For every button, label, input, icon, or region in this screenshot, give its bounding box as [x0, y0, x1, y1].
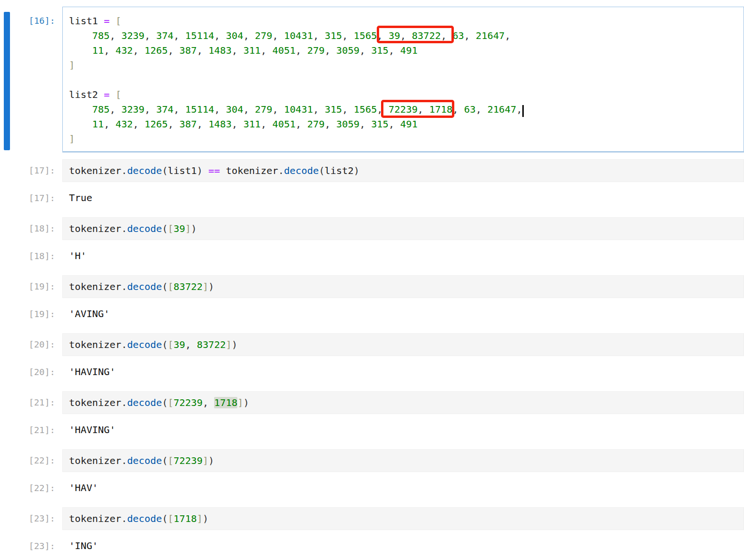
code-token: . — [121, 281, 127, 292]
code-token: [ — [168, 397, 174, 408]
cell-input-area: [17]:tokenizer.decode(list1) == tokenize… — [0, 159, 744, 182]
code-token — [423, 104, 429, 115]
output-prompt: [23]: — [0, 539, 62, 553]
code-token: , — [104, 118, 109, 130]
code-token — [302, 45, 307, 56]
code-token: , — [273, 104, 278, 115]
code-token: decode — [127, 513, 162, 524]
code-token: , — [243, 30, 249, 41]
cell-output-area: [19]:'AVING' — [0, 307, 744, 321]
code-token: list1 — [168, 165, 197, 176]
code-token: 83722 — [412, 30, 441, 41]
code-token: list2 — [69, 89, 98, 100]
code-token: , — [174, 30, 179, 41]
code-token: 1483 — [208, 118, 232, 130]
code-token: 1718 — [174, 513, 197, 524]
code-token — [348, 30, 353, 41]
code-token: ] — [237, 397, 243, 408]
code-token: tokenizer — [69, 339, 121, 350]
code-token: , — [313, 30, 319, 41]
code-token: decode — [284, 165, 319, 176]
code-token: 39 — [174, 339, 185, 350]
code-token: tokenizer — [69, 223, 121, 234]
code-token: 3239 — [121, 30, 145, 41]
code-token: . — [121, 513, 127, 524]
code-token — [447, 30, 452, 41]
code-token — [98, 15, 104, 27]
code-cell-22: [22]:tokenizer.decode([72239])[22]:'HAV' — [0, 449, 744, 495]
code-token: decode — [127, 165, 162, 176]
code-token: , — [133, 118, 138, 130]
output-text: 'HAV' — [62, 481, 98, 495]
code-token — [116, 30, 121, 41]
code-token — [174, 118, 179, 130]
code-token — [69, 30, 92, 41]
code-token: , — [324, 45, 330, 56]
code-token: 387 — [179, 45, 197, 56]
code-token — [394, 45, 400, 56]
code-token: , — [261, 45, 266, 56]
code-token: ) — [197, 165, 203, 176]
code-token: [ — [168, 455, 174, 466]
code-token: tokenizer — [226, 165, 278, 176]
code-token: 432 — [116, 118, 133, 130]
code-editor[interactable]: tokenizer.decode([83722]) — [62, 275, 744, 298]
code-token: 304 — [226, 104, 244, 115]
code-token — [365, 118, 371, 130]
code-token: ) — [203, 513, 208, 524]
code-token: , — [168, 118, 174, 130]
code-token: 63 — [464, 104, 476, 115]
code-token: 15114 — [185, 30, 214, 41]
input-prompt: [20]: — [0, 333, 62, 356]
output-prompt: [18]: — [0, 249, 62, 263]
code-token — [249, 30, 255, 41]
code-token: [ — [116, 15, 121, 27]
code-token — [266, 45, 272, 56]
code-token: 315 — [371, 118, 389, 130]
code-editor[interactable]: tokenizer.decode(list1) == tokenizer.dec… — [62, 159, 744, 182]
code-token: , — [261, 118, 266, 130]
code-token: 1565 — [354, 104, 377, 115]
code-editor[interactable]: tokenizer.decode([39, 83722]) — [62, 333, 744, 356]
code-token — [458, 104, 464, 115]
code-token: tokenizer — [69, 165, 121, 176]
code-line: list1 = [ — [69, 14, 744, 29]
code-token: 315 — [371, 45, 389, 56]
code-line: 11, 432, 1265, 387, 1483, 311, 4051, 279… — [69, 43, 744, 58]
code-token: , — [377, 30, 382, 41]
code-token — [174, 45, 179, 56]
code-token — [179, 104, 185, 115]
code-token: , — [203, 397, 208, 408]
code-line: tokenizer.decode([1718]) — [69, 512, 744, 526]
code-token: 1265 — [145, 45, 168, 56]
cell-output-area: [23]:'ING' — [0, 539, 744, 553]
code-token: 279 — [255, 104, 273, 115]
output-prompt: [22]: — [0, 481, 62, 495]
code-token: ] — [69, 133, 75, 145]
code-token: . — [121, 339, 127, 350]
output-text: 'HAVING' — [62, 423, 116, 437]
code-token: 72239 — [389, 104, 418, 115]
code-editor[interactable]: tokenizer.decode([72239]) — [62, 449, 744, 472]
code-token: 1265 — [145, 118, 168, 130]
code-editor[interactable]: list1 = [ 785, 3239, 374, 15114, 304, 27… — [62, 7, 744, 152]
code-token: decode — [127, 455, 162, 466]
code-token: 491 — [400, 118, 418, 130]
code-token: [ — [168, 223, 174, 234]
code-token — [150, 30, 156, 41]
code-token: 10431 — [284, 30, 313, 41]
code-token — [470, 30, 476, 41]
code-token: 15114 — [185, 104, 214, 115]
cell-input-area: [19]:tokenizer.decode([83722]) — [0, 275, 744, 298]
code-token — [179, 30, 185, 41]
code-editor[interactable]: tokenizer.decode([72239, 1718]) — [62, 391, 744, 414]
input-prompt: [18]: — [0, 217, 62, 240]
cell-input-area: [23]:tokenizer.decode([1718]) — [0, 507, 744, 530]
code-cell-23: [23]:tokenizer.decode([1718])[23]:'ING' — [0, 507, 744, 553]
code-editor[interactable]: tokenizer.decode([1718]) — [62, 507, 744, 530]
input-prompt: [22]: — [0, 449, 62, 472]
code-token: . — [121, 165, 127, 176]
code-editor[interactable]: tokenizer.decode([39]) — [62, 217, 744, 240]
code-token: ) — [243, 397, 249, 408]
code-token: , — [418, 104, 423, 115]
